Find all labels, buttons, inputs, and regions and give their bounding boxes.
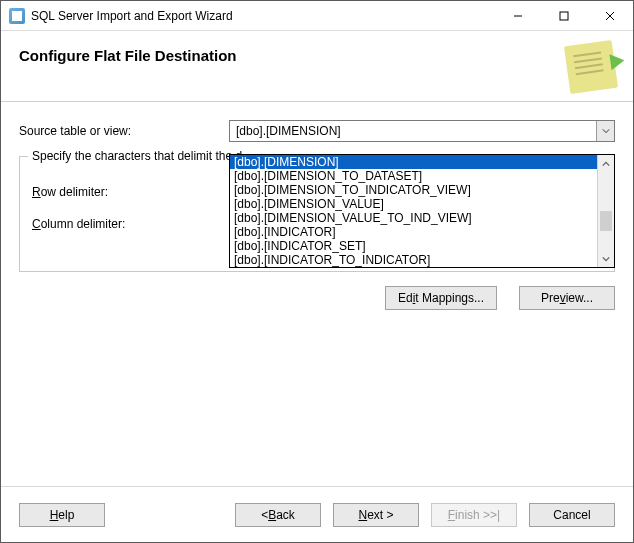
back-button[interactable]: < Back — [235, 503, 321, 527]
wizard-step-icon — [564, 40, 618, 94]
svg-rect-0 — [560, 12, 568, 20]
groupbox-legend: Specify the characters that delimit the … — [28, 149, 246, 163]
source-label: Source table or view: — [19, 124, 229, 138]
chevron-down-icon[interactable] — [596, 121, 614, 141]
wizard-body: Source table or view: [dbo].[DIMENSION] … — [1, 102, 633, 486]
row-delimiter-label: Row delimiter: — [32, 185, 232, 199]
page-title: Configure Flat File Destination — [19, 43, 567, 64]
title-bar[interactable]: SQL Server Import and Export Wizard — [1, 1, 633, 31]
edit-mappings-button[interactable]: Edit Mappings... — [385, 286, 497, 310]
dropdown-option[interactable]: [dbo].[INDICATOR] — [230, 225, 597, 239]
source-table-select[interactable]: [dbo].[DIMENSION] — [229, 120, 615, 142]
finish-button: Finish >>| — [431, 503, 517, 527]
scroll-up-button[interactable] — [598, 155, 614, 172]
dropdown-option[interactable]: [dbo].[INDICATOR_TO_INDICATOR] — [230, 253, 597, 267]
dropdown-option[interactable]: [dbo].[DIMENSION_VALUE_TO_IND_VIEW] — [230, 211, 597, 225]
wizard-footer: Help < Back Next > Finish >>| Cancel — [1, 486, 633, 542]
dropdown-option[interactable]: [dbo].[INDICATOR_SET] — [230, 239, 597, 253]
select-value: [dbo].[DIMENSION] — [230, 124, 596, 138]
dropdown-scrollbar[interactable] — [597, 155, 614, 267]
cancel-button[interactable]: Cancel — [529, 503, 615, 527]
close-button[interactable] — [587, 1, 633, 30]
wizard-header: Configure Flat File Destination — [1, 31, 633, 102]
dropdown-option[interactable]: [dbo].[DIMENSION_TO_DATASET] — [230, 169, 597, 183]
dropdown-option[interactable]: [dbo].[DIMENSION_TO_INDICATOR_VIEW] — [230, 183, 597, 197]
maximize-button[interactable] — [541, 1, 587, 30]
window-title: SQL Server Import and Export Wizard — [31, 9, 495, 23]
next-button[interactable]: Next > — [333, 503, 419, 527]
scroll-down-button[interactable] — [598, 250, 614, 267]
column-delimiter-label: Column delimiter: — [32, 217, 232, 231]
help-button[interactable]: Help — [19, 503, 105, 527]
source-table-dropdown[interactable]: [dbo].[DIMENSION][dbo].[DIMENSION_TO_DAT… — [229, 154, 615, 268]
app-icon — [9, 8, 25, 24]
minimize-button[interactable] — [495, 1, 541, 30]
wizard-window: SQL Server Import and Export Wizard Conf… — [0, 0, 634, 543]
preview-button[interactable]: Preview... — [519, 286, 615, 310]
scroll-thumb[interactable] — [600, 211, 612, 231]
dropdown-option[interactable]: [dbo].[DIMENSION] — [230, 155, 597, 169]
dropdown-option[interactable]: [dbo].[DIMENSION_VALUE] — [230, 197, 597, 211]
